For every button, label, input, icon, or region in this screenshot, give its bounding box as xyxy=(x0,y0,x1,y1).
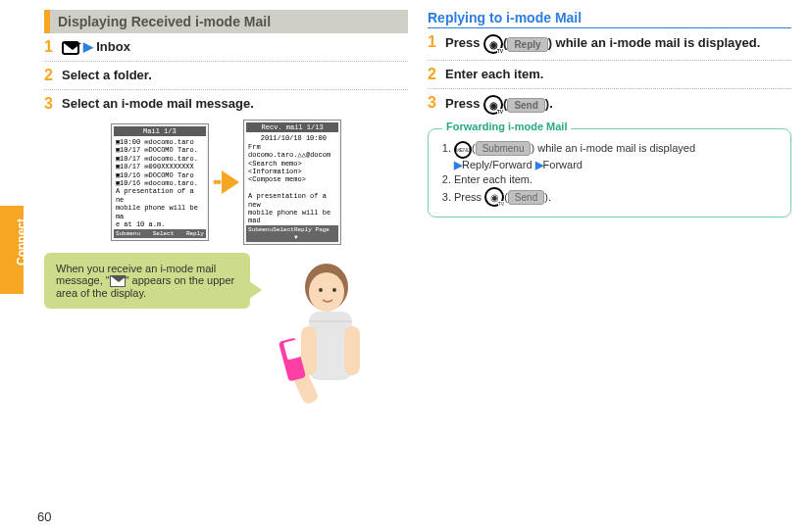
softkey-r: Reply Page ▼ xyxy=(294,226,336,240)
forwarding-title: Forwarding i-mode Mail xyxy=(442,121,571,132)
right-column: Replying to i-mode Mail 1 Press ◉(Reply)… xyxy=(428,10,791,419)
svg-point-2 xyxy=(319,288,323,292)
phone-screen-right: Recv. mail 1/13 2011/10/18 10:00 Frm doc… xyxy=(243,120,341,245)
step-number: 1 xyxy=(44,39,56,55)
fw3b: ). xyxy=(544,191,551,203)
step-number: 2 xyxy=(44,68,56,83)
right-step1-body: Press ◉(Reply) while an i-mode mail is d… xyxy=(445,34,791,54)
phone-screens: Mail 1/3 ▣10:00 ✉docomo.taro ▣10/17 ✉DOC… xyxy=(44,120,408,245)
arrow-icon: ▶ xyxy=(83,39,93,54)
big-arrow-icon xyxy=(222,170,239,194)
envelope-small-icon xyxy=(110,275,126,287)
forwarding-box: Forwarding i-mode Mail MENU(Submenu) whi… xyxy=(428,128,791,218)
screen1-title: Mail 1/3 xyxy=(114,126,206,136)
heading-replying-text: Replying to i-mode Mail xyxy=(428,10,582,25)
send-chip: Send xyxy=(507,98,544,113)
fw3a: Press xyxy=(454,191,484,203)
right-step-2: 2 Enter each item. xyxy=(428,67,791,82)
divider xyxy=(428,88,791,89)
step-number: 1 xyxy=(428,34,439,50)
tip-balloon: When you receive an i-mode mail message,… xyxy=(44,253,250,309)
send-chip-2: Send xyxy=(508,190,544,205)
submenu-chip: Submenu xyxy=(476,141,532,156)
camera-button-icon: ◉ xyxy=(483,95,503,115)
heading-displaying: Displaying Received i-mode Mail xyxy=(44,10,408,33)
arrow-icon: ▶ xyxy=(454,159,462,170)
svg-point-3 xyxy=(332,288,336,292)
dot-lead: •• xyxy=(213,173,220,191)
screen2-body: 2011/10/18 10:00 Frm docomo.taro.△△@doco… xyxy=(246,132,338,225)
arrow-icon: ▶ xyxy=(535,159,543,170)
divider xyxy=(428,60,791,61)
step-number: 3 xyxy=(428,95,439,111)
fw-item-1: MENU(Submenu) while an i-mode mail is di… xyxy=(454,141,779,171)
page-content: Displaying Received i-mode Mail 1 ▶ Inbo… xyxy=(0,0,811,429)
fw1a: ) while an i-mode mail is displayed xyxy=(531,142,695,154)
r1b: ) while an i-mode mail is displayed. xyxy=(548,35,761,50)
tip-row: When you receive an i-mode mail message,… xyxy=(44,253,408,419)
step-3-body: Select an i-mode mail message. xyxy=(62,96,408,111)
camera-button-icon: ◉ xyxy=(484,187,504,207)
softkey-c: Select xyxy=(273,226,294,240)
softkey-r: Reply xyxy=(186,230,204,237)
screen1-softkeys: Submenu Select Reply xyxy=(114,229,206,238)
fw-item-2: Enter each item. xyxy=(454,173,779,185)
right-step-1: 1 Press ◉(Reply) while an i-mode mail is… xyxy=(428,34,791,54)
svg-rect-6 xyxy=(344,326,360,375)
right-step3-body: Press ◉(Send). xyxy=(445,95,791,115)
left-step-2: 2 Select a folder. xyxy=(44,68,408,83)
screen2-title: Recv. mail 1/13 xyxy=(246,122,338,132)
inbox-label: Inbox xyxy=(96,39,130,54)
phone-screen-left: Mail 1/3 ▣10:00 ✉docomo.taro ▣10/17 ✉DOC… xyxy=(111,123,209,242)
fw1c: Forward xyxy=(543,159,583,170)
person-holding-phone-icon xyxy=(250,253,387,419)
heading-replying: Replying to i-mode Mail xyxy=(428,10,791,28)
step-1-body: ▶ Inbox xyxy=(62,39,408,55)
forwarding-list: MENU(Submenu) while an i-mode mail is di… xyxy=(440,141,779,207)
right-step-3: 3 Press ◉(Send). xyxy=(428,95,791,115)
mail-icon xyxy=(62,41,79,55)
step-number: 2 xyxy=(428,67,439,82)
screen1-body: ▣10:00 ✉docomo.taro ▣10/17 ✉DOCOMO Taro.… xyxy=(114,136,206,229)
fw1b: Reply/Forward xyxy=(462,159,532,170)
side-tab-connect: Connect xyxy=(0,206,24,294)
left-column: Displaying Received i-mode Mail 1 ▶ Inbo… xyxy=(44,10,408,419)
right-step2-body: Enter each item. xyxy=(445,67,791,81)
softkey-l: Submenu xyxy=(248,226,273,240)
r3b: ). xyxy=(545,96,553,111)
page-number: 60 xyxy=(37,509,51,524)
camera-button-icon: ◉ xyxy=(483,34,503,54)
softkey-c: Select xyxy=(153,230,175,237)
left-step-3: 3 Select an i-mode mail message. xyxy=(44,96,408,112)
fw-item-3: Press ◉(Send). xyxy=(454,187,779,207)
divider xyxy=(44,89,408,90)
r1a: Press xyxy=(445,35,483,50)
step-number: 3 xyxy=(44,96,56,112)
menu-button-icon: MENU xyxy=(454,141,472,159)
left-step-1: 1 ▶ Inbox xyxy=(44,39,408,55)
svg-point-1 xyxy=(309,272,344,312)
step-2-body: Select a folder. xyxy=(62,68,408,82)
side-tab-label: Connect xyxy=(15,203,28,281)
character-illustration xyxy=(250,253,387,419)
r3a: Press xyxy=(445,96,483,111)
screen2-softkeys: Submenu Select Reply Page ▼ xyxy=(246,225,338,241)
reply-chip: Reply xyxy=(507,37,547,52)
softkey-l: Submenu xyxy=(116,230,140,237)
divider xyxy=(44,61,408,62)
